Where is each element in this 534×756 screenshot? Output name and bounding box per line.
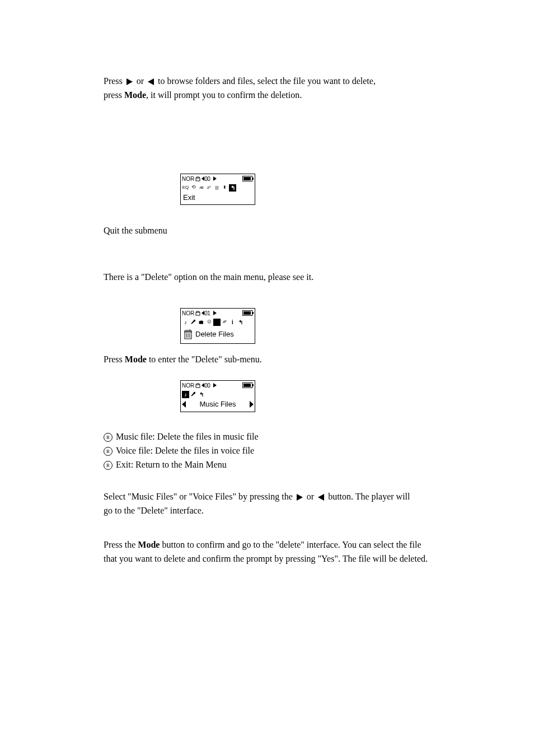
nor-label: NOR — [182, 382, 194, 389]
text: Press — [104, 76, 123, 86]
text: press — [104, 90, 122, 100]
nor-label: NOR — [182, 176, 194, 182]
svg-rect-0 — [196, 178, 200, 181]
play-icon — [213, 176, 217, 181]
right-arrow-icon — [250, 401, 254, 408]
text: that you want to delete and confirm the … — [104, 554, 428, 563]
lcd-bottom-label: Music Files — [181, 399, 255, 411]
fm-icon — [198, 319, 205, 326]
forward-icon — [297, 494, 303, 501]
r-bullet-icon: R — [104, 447, 113, 456]
svg-rect-1 — [196, 312, 200, 315]
lcd-text: Music Files — [199, 400, 236, 408]
music-icon — [182, 391, 189, 398]
text: Press — [104, 354, 123, 364]
status-icon — [195, 382, 202, 388]
mode-label: Mode — [138, 540, 160, 549]
text: Select "Music Files" or "Voice Files" by… — [104, 492, 293, 501]
text: or — [307, 492, 314, 501]
lcd-status-bar: NOR 00 — [181, 381, 255, 390]
nor-label: NOR — [182, 310, 194, 316]
mode-label: Mode — [125, 354, 147, 364]
text: Press the — [104, 540, 135, 549]
mic-icon — [190, 319, 197, 326]
exit-icon — [237, 319, 244, 326]
vol-value: 00 — [204, 382, 210, 389]
lcd-icon-row — [181, 318, 255, 326]
bullet-text: Exit: Return to the Main Menu — [116, 460, 227, 469]
battery-icon — [242, 310, 252, 316]
forward-icon — [127, 78, 133, 85]
text: to enter the "Delete" sub-menu. — [149, 354, 262, 364]
abc-icon — [221, 319, 228, 326]
left-arrow-icon — [182, 401, 186, 408]
rec-icon — [205, 319, 213, 326]
lcd-screen-musicfiles: NOR 00 Music Files — [180, 380, 255, 412]
bullet-text: Music file: Delete the files in music fi… — [116, 432, 259, 441]
lcd-bottom-label: Exit — [181, 192, 255, 204]
lcd-screen-exit: NOR 00 Exit — [180, 174, 255, 205]
repeat-icon — [190, 184, 197, 192]
text: go to the "Delete" interface. — [104, 506, 204, 515]
lcd-status-bar: NOR 01 — [181, 309, 255, 318]
sleep-icon — [205, 184, 213, 192]
bullet-text: Voice file: Delete the files in voice fi… — [116, 446, 254, 455]
lcd-bottom-label: Delete Files — [181, 326, 255, 343]
play-icon — [213, 383, 217, 388]
r-bullet-icon: R — [104, 461, 113, 470]
ab-icon — [198, 184, 205, 192]
lcd-text: Exit — [183, 194, 195, 202]
status-icon — [195, 310, 202, 316]
r-bullet-icon: R — [104, 433, 113, 442]
backward-icon — [318, 494, 324, 501]
trash-icon — [182, 328, 194, 340]
text: button to confirm and go to the "delete"… — [162, 540, 421, 549]
battery-icon — [242, 382, 252, 388]
text: button. The player will — [328, 492, 410, 501]
bullet-item: RMusic file: Delete the files in music f… — [104, 432, 484, 442]
delete-icon — [213, 319, 221, 326]
lcd-icon-row — [181, 390, 255, 399]
bullet-item: RExit: Return to the Main Menu — [104, 460, 484, 470]
lcd-screen-delete: NOR 01 — [180, 308, 255, 344]
vol-value: 01 — [204, 310, 210, 316]
display-icon — [213, 184, 221, 192]
text: to browse folders and files, select the … — [158, 76, 376, 86]
lcd-status-bar: NOR 00 — [181, 174, 255, 183]
info-icon — [229, 319, 236, 326]
mic-icon — [190, 391, 197, 398]
mode-label: Mode — [124, 90, 146, 100]
eq-icon — [182, 184, 189, 192]
vol-value: 00 — [204, 176, 210, 182]
speed-icon — [221, 184, 228, 192]
bullet-item: RVoice file: Delete the files in voice f… — [104, 446, 484, 456]
lcd-icon-row — [181, 183, 255, 192]
battery-icon — [242, 176, 252, 181]
text: , it will prompt you to confirm the dele… — [146, 90, 302, 100]
music-icon — [182, 319, 189, 326]
backward-icon — [148, 78, 154, 85]
text: There is a "Delete" option on the main m… — [104, 272, 313, 282]
svg-rect-6 — [196, 385, 200, 388]
lcd-text: Delete Files — [195, 330, 234, 338]
status-icon — [195, 176, 202, 181]
exit-icon — [229, 184, 236, 192]
exit-icon — [198, 391, 205, 398]
play-icon — [213, 311, 217, 315]
text: or — [137, 76, 144, 86]
text: Quit the submenu — [104, 226, 167, 235]
